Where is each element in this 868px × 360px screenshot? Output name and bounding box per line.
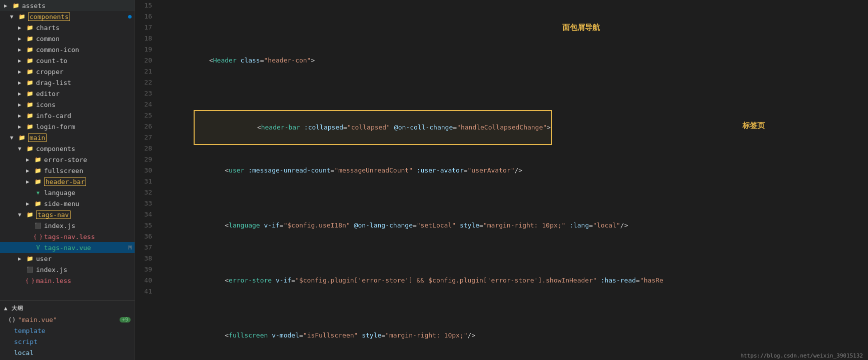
folder-icon-user: 📁 — [26, 254, 34, 262]
tree-label-drag-list: drag-list — [36, 79, 71, 86]
file-icon-index-js: ⬛ — [34, 222, 42, 230]
folder-icon-assets: 📁 — [12, 2, 20, 10]
tree-label-components: components — [28, 12, 70, 21]
tree-item-main-components[interactable]: ▼ 📁 components — [0, 143, 135, 154]
tree-label-charts: charts — [36, 24, 60, 32]
arrow-common-icon: ▶ — [18, 46, 26, 53]
tree-item-main-less[interactable]: ▶ { } main.less — [0, 275, 135, 286]
code-line-20: <fullscreen v-model="isFullscreen" style… — [162, 319, 868, 330]
folder-icon-count-to: 📁 — [26, 56, 34, 64]
file-icon-main-index: ⬛ — [26, 266, 34, 274]
tree-label-main-index: index.js — [36, 266, 68, 274]
annotation-tabs: 标签页 — [742, 120, 765, 131]
tree-item-common[interactable]: ▶ 📁 common — [0, 33, 135, 44]
editor-area: 1516171819 2021222324 2526272829 3031323… — [135, 0, 868, 360]
code-line-15: <Header class="header-con"> — [162, 44, 868, 55]
tree-label-user: user — [36, 255, 52, 262]
dot-components — [128, 15, 132, 18]
tree-label-main-components: components — [36, 145, 75, 152]
tree-item-language[interactable]: ▶ ▼ language — [0, 187, 135, 198]
tree-item-fullscreen[interactable]: ▶ 📁 fullscreen — [0, 165, 135, 176]
folder-icon-info-card: 📁 — [26, 112, 34, 120]
sidebar: ▶ 📁 assets ▼ 📁 components ▶ 📁 charts ▶ 📁… — [0, 0, 135, 360]
tree-label-tags-nav-vue: tags-nav.vue — [44, 244, 91, 252]
folder-icon-common-icon: 📁 — [26, 46, 34, 54]
outline-header[interactable]: ▲ 大纲 — [0, 302, 135, 314]
modified-badge: M — [128, 244, 132, 251]
tree-label-common-icon: common-icon — [36, 46, 79, 54]
tree-item-side-menu[interactable]: ▶ 📁 side-menu — [0, 198, 135, 209]
tree-label-fullscreen: fullscreen — [44, 167, 83, 174]
folder-icon-cropper: 📁 — [26, 68, 34, 76]
line-numbers: 1516171819 2021222324 2526272829 3031323… — [135, 0, 157, 360]
tree-item-count-to[interactable]: ▶ 📁 count-to — [0, 55, 135, 66]
tree-item-tags-nav-vue[interactable]: ▶ V tags-nav.vue M — [0, 242, 135, 253]
tree-item-header-bar[interactable]: ▶ 📁 header-bar — [0, 176, 135, 187]
outline-badge: +9 — [120, 317, 131, 322]
code-line-18: <language v-if="$config.useI18n" @on-lan… — [162, 209, 868, 220]
tree-item-charts[interactable]: ▶ 📁 charts — [0, 22, 135, 33]
tree-label-language: language — [44, 189, 76, 196]
folder-icon-editor: 📁 — [26, 90, 34, 98]
folder-icon-charts: 📁 — [26, 24, 34, 32]
tree-item-tags-nav-less[interactable]: ▶ { } tags-nav.less — [0, 231, 135, 242]
arrow-charts: ▶ — [18, 24, 26, 31]
tree-label-info-card: info-card — [36, 112, 71, 120]
arrow-info-card: ▶ — [18, 112, 26, 119]
tree-item-main-index[interactable]: ▶ ⬛ index.js — [0, 264, 135, 275]
tree-label-tags-nav-less: tags-nav.less — [44, 233, 95, 240]
tree-item-icons[interactable]: ▶ 📁 icons — [0, 99, 135, 110]
outline-label-script: script — [14, 338, 38, 346]
arrow-icons: ▶ — [18, 102, 26, 108]
code-line-19: <error-store v-if="$config.plugin['error… — [162, 264, 868, 275]
arrow-fullscreen: ▶ — [26, 168, 34, 174]
file-icon-tags-nav-vue: V — [34, 244, 42, 252]
tree-label-common: common — [36, 35, 60, 42]
editor-content: 1516171819 2021222324 2526272829 3031323… — [135, 0, 868, 360]
code-content: <Header class="header-con"> <header-bar … — [157, 0, 868, 360]
outline-item-script[interactable]: script — [0, 336, 135, 347]
folder-icon-drag-list: 📁 — [26, 78, 34, 86]
arrow-user: ▶ — [18, 256, 26, 262]
outline-label-template: template — [14, 327, 46, 334]
outline-section: ▲ 大纲 () "main.vue" +9 template script lo… — [0, 300, 135, 360]
tree-item-error-store[interactable]: ▶ 📁 error-store — [0, 154, 135, 165]
tree-item-main[interactable]: ▼ 📁 main — [0, 132, 135, 143]
arrow-error-store: ▶ — [26, 156, 34, 163]
expand-arrow-components: ▼ — [10, 14, 18, 20]
file-icon-language: ▼ — [34, 188, 42, 196]
tree-item-common-icon[interactable]: ▶ 📁 common-icon — [0, 44, 135, 55]
tree-item-info-card[interactable]: ▶ 📁 info-card — [0, 110, 135, 121]
tree-label-editor: editor — [36, 90, 60, 98]
expand-arrow-assets: ▶ — [4, 2, 12, 9]
outline-item-local[interactable]: local — [0, 347, 135, 358]
outline-vue-icon: () — [8, 316, 16, 324]
folder-icon-common: 📁 — [26, 34, 34, 42]
tree-item-cropper[interactable]: ▶ 📁 cropper — [0, 66, 135, 77]
tree-item-tags-nav-index[interactable]: ▶ ⬛ index.js — [0, 220, 135, 231]
tree-item-drag-list[interactable]: ▶ 📁 drag-list — [0, 77, 135, 88]
tree-label-login-form: login-form — [36, 123, 75, 130]
folder-icon-tags-nav: 📁 — [26, 210, 34, 218]
tree-label-main: main — [28, 134, 47, 142]
tree-item-assets[interactable]: ▶ 📁 assets — [0, 0, 135, 11]
file-icon-tags-nav-less: { } — [34, 232, 42, 240]
arrow-main: ▼ — [10, 134, 18, 141]
arrow-common: ▶ — [18, 36, 26, 42]
tree-item-components[interactable]: ▼ 📁 components — [0, 11, 135, 22]
folder-icon-icons: 📁 — [26, 100, 34, 108]
folder-icon-error-store: 📁 — [34, 156, 42, 164]
arrow-cropper: ▶ — [18, 68, 26, 75]
outline-item-template[interactable]: template — [0, 325, 135, 336]
folder-icon-header-bar: 📁 — [34, 178, 42, 186]
tree-item-editor[interactable]: ▶ 📁 editor — [0, 88, 135, 99]
tree-label-assets: assets — [22, 2, 46, 10]
tree-item-tags-nav[interactable]: ▼ 📁 tags-nav — [0, 209, 135, 220]
tree-item-user[interactable]: ▶ 📁 user — [0, 253, 135, 264]
tree-label-count-to: count-to — [36, 57, 68, 64]
tree-item-login-form[interactable]: ▶ 📁 login-form — [0, 121, 135, 132]
outline-item-main-vue[interactable]: () "main.vue" +9 — [0, 314, 135, 325]
tree-label-header-bar: header-bar — [44, 178, 86, 186]
statusbar: https://blog.csdn.net/weixin_39015132 — [735, 352, 868, 360]
arrow-login-form: ▶ — [18, 124, 26, 130]
